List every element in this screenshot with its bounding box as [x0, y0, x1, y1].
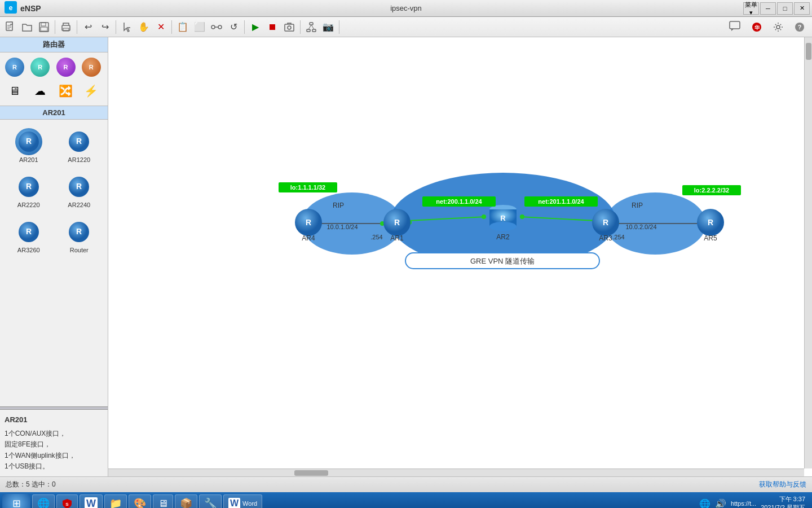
maximize-button[interactable]: □: [777, 2, 793, 15]
refresh-button[interactable]: ↺: [226, 19, 241, 35]
device-switch[interactable]: 🔀: [55, 80, 77, 102]
svg-point-11: [211, 25, 215, 29]
device-label-ar2240: AR2240: [68, 202, 90, 208]
box-button[interactable]: ⬜: [192, 19, 208, 35]
capture-button[interactable]: [281, 19, 297, 35]
taskbar-app-display[interactable]: 🖥: [153, 494, 173, 508]
snapshot-button[interactable]: 📷: [320, 19, 336, 35]
device-ar-blue[interactable]: R: [3, 56, 26, 78]
delete-button[interactable]: ✕: [153, 19, 169, 35]
redo-button[interactable]: ↪: [97, 19, 113, 35]
stop-all-button[interactable]: ⏹: [264, 19, 280, 35]
save-button[interactable]: [36, 19, 52, 35]
label-lo1: lo:1.1.1.1/32: [290, 184, 325, 191]
device-label-ar3260: AR3260: [17, 247, 40, 253]
taskbar-app-folder[interactable]: 📁: [104, 494, 127, 508]
start-all-button[interactable]: ▶: [248, 19, 263, 35]
device-item-ar201[interactable]: R AR201: [6, 125, 52, 166]
gre-tunnel-label: GRE VPN 隧道传输: [470, 257, 535, 265]
app-logo: e: [5, 1, 17, 16]
vertical-scrollbar[interactable]: [804, 37, 812, 468]
device-ar-purple[interactable]: R: [55, 56, 77, 78]
label-net-right: 10.0.2.0/24: [625, 224, 656, 230]
node-ar2-bottom: [489, 222, 517, 231]
svg-point-24: [776, 25, 780, 29]
device-item-ar3260[interactable]: R AR3260: [6, 216, 52, 256]
sidebar: 路由器 R R R R 🖥 ☁ 🔀: [0, 37, 108, 476]
settings-button[interactable]: [768, 19, 788, 35]
print-button[interactable]: [58, 19, 74, 35]
toolbar-sep7: [339, 20, 339, 34]
menu-button[interactable]: 菜单▾: [743, 2, 759, 15]
label-net200: net:200.1.1.0/24: [436, 198, 482, 205]
huawei-button[interactable]: 华: [747, 19, 767, 35]
tray-icon1[interactable]: 🌐: [699, 498, 710, 509]
open-button[interactable]: [19, 19, 35, 35]
tray-icon2[interactable]: 🔊: [715, 498, 726, 509]
node-ar1-label: AR1: [390, 234, 404, 242]
window-title: ipsec-vpn: [390, 4, 422, 12]
sidebar-info-text: 1个CON/AUX接口， 固定8FE接口， 1个WAN侧uplink接口， 1个…: [5, 428, 103, 472]
toolbar-sep4: [171, 20, 172, 34]
svg-rect-18: [312, 29, 316, 32]
status-help-link[interactable]: 获取帮助与反馈: [759, 480, 806, 489]
toolbar: ↩ ↪ ✋ ✕ 📋 ⬜ ↺ ▶ ⏹ 📷 华 ?: [0, 17, 812, 37]
device-item-ar2240[interactable]: R AR2240: [56, 170, 103, 211]
taskbar-app-paint[interactable]: 🎨: [129, 494, 151, 508]
status-count: 总数：5 选中：0: [6, 480, 56, 489]
device-ar-orange[interactable]: R: [80, 56, 103, 78]
svg-rect-8: [41, 27, 47, 31]
toolbar-sep2: [77, 20, 77, 34]
vertical-scroll-thumb[interactable]: [806, 43, 811, 60]
toolbar-sep1: [55, 20, 55, 34]
device-ar-cyan[interactable]: R: [29, 56, 51, 78]
horizontal-scrollbar[interactable]: [108, 468, 804, 476]
link-button[interactable]: [209, 19, 224, 35]
taskbar-app-shield[interactable]: S: [56, 494, 78, 508]
device-item-router[interactable]: R Router: [56, 216, 103, 256]
taskbar-app-word2[interactable]: W Word: [223, 494, 262, 508]
select-button[interactable]: [119, 19, 135, 35]
svg-text:S: S: [65, 502, 69, 507]
window-controls[interactable]: 菜单▾ ─ □ ✕: [743, 2, 812, 15]
minimize-button[interactable]: ─: [760, 2, 776, 15]
svg-text:华: 华: [754, 25, 760, 30]
label-lo2: lo:2.2.2.2/32: [694, 187, 729, 194]
svg-rect-17: [307, 29, 310, 32]
device-item-ar1220[interactable]: R AR1220: [56, 125, 103, 166]
svg-text:R: R: [76, 137, 82, 146]
dot-ar2-right: [520, 214, 524, 219]
taskbar-app-chrome[interactable]: 🌐: [32, 494, 55, 508]
device-item-ar2220[interactable]: R AR2220: [6, 170, 52, 211]
device-cloud[interactable]: ☁: [29, 80, 51, 102]
device-monitor[interactable]: 🖥: [3, 80, 26, 102]
taskbar-app-word[interactable]: W: [80, 494, 103, 508]
taskbar: ⊞ 🌐 S W 📁 🎨 🖥 📦 🔧 W Word 🌐 🔊 https://t..…: [0, 492, 812, 508]
start-button[interactable]: ⊞: [2, 494, 30, 508]
node-ar4-label: AR4: [302, 234, 315, 242]
chat-button[interactable]: [725, 19, 745, 35]
main-area: 路由器 R R R R 🖥 ☁ 🔀: [0, 37, 812, 476]
svg-rect-16: [310, 23, 313, 25]
taskbar-app-box[interactable]: 📦: [175, 494, 197, 508]
close-button[interactable]: ✕: [794, 2, 810, 15]
new-button[interactable]: [2, 19, 18, 35]
copy-button[interactable]: 📋: [175, 19, 191, 35]
taskbar-app-tools[interactable]: 🔧: [199, 494, 222, 508]
svg-rect-14: [285, 24, 294, 31]
horizontal-scroll-thumb[interactable]: [294, 470, 328, 476]
canvas-area[interactable]: GRE VPN 隧道传输 R AR4 R AR1: [108, 37, 812, 476]
tray-url: https://t...: [731, 500, 756, 507]
help-button[interactable]: ?: [789, 19, 810, 35]
svg-text:R: R: [76, 182, 82, 191]
node-ar3-label: AR3: [599, 234, 612, 242]
label-net201: net:201.1.1.0/24: [538, 198, 584, 205]
topo-button[interactable]: [303, 19, 319, 35]
label-net-left: 10.0.1.0/24: [326, 224, 358, 230]
statusbar: 总数：5 选中：0 获取帮助与反馈: [0, 476, 812, 492]
device-power[interactable]: ⚡: [80, 80, 103, 102]
pan-button[interactable]: ✋: [136, 19, 152, 35]
undo-button[interactable]: ↩: [80, 19, 96, 35]
toolbar-sep3: [116, 20, 116, 34]
device-label-ar201: AR201: [19, 156, 38, 163]
